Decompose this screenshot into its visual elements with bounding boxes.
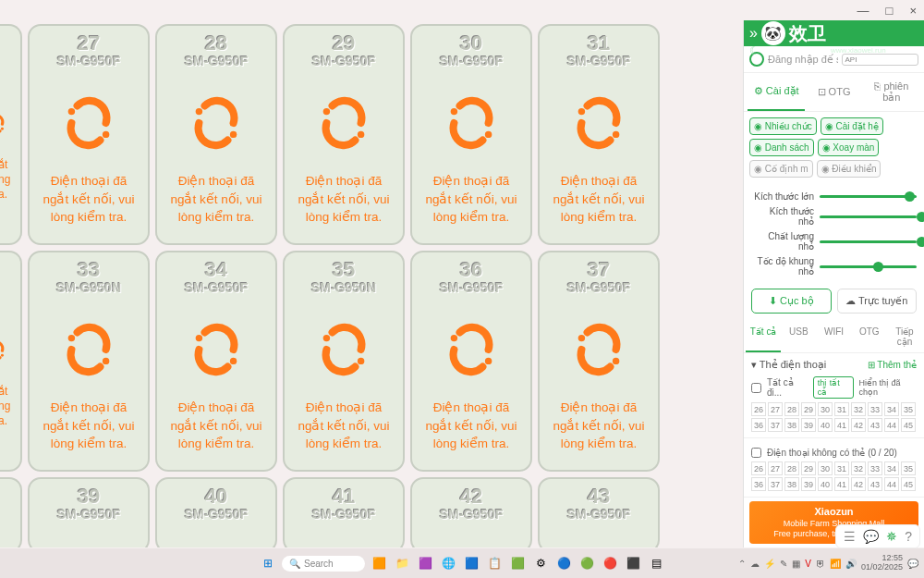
task-icon[interactable]: 🔴 bbox=[601, 554, 619, 572]
tray-icon[interactable]: ☁ bbox=[750, 559, 760, 569]
maximize-button[interactable]: □ bbox=[886, 4, 894, 18]
device-num-cell[interactable]: 30 bbox=[818, 461, 833, 475]
device-num-cell[interactable]: 34 bbox=[884, 402, 899, 416]
help-icon[interactable]: ? bbox=[905, 529, 912, 544]
pill-toggle[interactable]: ◉ Xoay màn bbox=[818, 139, 880, 156]
device-num-cell[interactable]: 40 bbox=[818, 418, 833, 432]
device-num-cell[interactable]: 28 bbox=[784, 402, 799, 416]
device-num-cell[interactable]: 35 bbox=[901, 461, 916, 475]
task-icon[interactable]: 📋 bbox=[485, 554, 504, 572]
select-all-checkbox[interactable] bbox=[751, 383, 761, 393]
device-num-cell[interactable]: 41 bbox=[834, 477, 849, 491]
device-card[interactable]: 27SM-G950FĐiện thoại đã ngắt kết nối, vu… bbox=[28, 24, 150, 245]
device-num-cell[interactable]: 36 bbox=[751, 477, 766, 491]
device-num-cell[interactable]: 45 bbox=[901, 418, 916, 432]
list-icon[interactable]: ☰ bbox=[844, 529, 856, 544]
conn-tab[interactable]: USB bbox=[781, 321, 816, 352]
device-num-cell[interactable]: 43 bbox=[868, 477, 882, 491]
tab-phiên bản[interactable]: ⎘ phiên bản bbox=[863, 73, 920, 111]
device-card[interactable]: 29SM-G950FĐiện thoại đã ngắt kết nối, vu… bbox=[283, 24, 405, 245]
close-button[interactable]: × bbox=[909, 4, 917, 18]
slider-track[interactable] bbox=[820, 240, 917, 243]
pill-toggle[interactable]: ◉ Điều khiển bbox=[817, 160, 881, 178]
conn-tab[interactable]: OTG bbox=[852, 321, 887, 352]
device-card[interactable]: 43SM-G950FĐiện thoại đã ngắt kết nối, vu… bbox=[538, 477, 660, 547]
taskbar-search[interactable]: 🔍 Search bbox=[282, 556, 365, 572]
clock[interactable]: 12:5501/02/2025 bbox=[861, 554, 903, 572]
device-card[interactable]: 40SM-G950FĐiện thoại đã ngắt kết nối, vu… bbox=[155, 477, 277, 547]
device-card[interactable]: 30SM-G950FĐiện thoại đã ngắt kết nối, vu… bbox=[410, 24, 532, 245]
conn-tab[interactable]: WIFI bbox=[816, 321, 851, 352]
task-icon[interactable]: 📁 bbox=[393, 554, 411, 572]
conn-tab[interactable]: Tất cả bbox=[746, 321, 781, 352]
slider-track[interactable] bbox=[820, 195, 917, 198]
device-card-partial[interactable]: ắtnga. bbox=[0, 24, 22, 245]
device-card[interactable]: 31SM-G950FĐiện thoại đã ngắt kết nối, vu… bbox=[538, 24, 660, 245]
device-card[interactable]: 33SM-G950NĐiện thoại đã ngắt kết nối, vu… bbox=[28, 251, 150, 472]
start-button[interactable]: ⊞ bbox=[259, 554, 277, 572]
tray-icon[interactable]: V bbox=[805, 559, 811, 569]
device-num-cell[interactable]: 31 bbox=[834, 402, 849, 416]
device-num-cell[interactable]: 41 bbox=[834, 418, 849, 432]
collapse-icon[interactable]: » bbox=[749, 25, 758, 42]
pill-toggle[interactable]: ◉ Cài đặt hệ bbox=[821, 117, 883, 135]
device-num-cell[interactable]: 44 bbox=[884, 418, 899, 432]
chat-icon[interactable]: 💬 bbox=[863, 529, 879, 544]
device-num-cell[interactable]: 33 bbox=[868, 402, 882, 416]
wechat-icon[interactable]: ✵ bbox=[886, 529, 897, 544]
device-card[interactable]: 42SM-G950FĐiện thoại đã ngắt kết nối, vu… bbox=[410, 477, 532, 547]
slider-track[interactable] bbox=[820, 215, 917, 218]
task-icon[interactable]: ⬛ bbox=[624, 554, 642, 572]
task-icon[interactable]: 🟦 bbox=[462, 554, 480, 572]
device-num-cell[interactable]: 38 bbox=[784, 418, 799, 432]
device-num-cell[interactable]: 34 bbox=[884, 461, 899, 475]
conn-tab[interactable]: Tiếp cận bbox=[887, 321, 922, 352]
minimize-button[interactable]: — bbox=[857, 4, 869, 18]
tray-icon[interactable]: ⌃ bbox=[738, 559, 746, 569]
device-card-partial[interactable] bbox=[0, 477, 22, 547]
device-num-cell[interactable]: 45 bbox=[901, 477, 916, 491]
task-icon[interactable]: 🟪 bbox=[416, 554, 434, 572]
pill-toggle[interactable]: ◉ Cố định m bbox=[749, 160, 813, 178]
device-num-cell[interactable]: 27 bbox=[768, 461, 783, 475]
device-card-partial[interactable]: ắtnga. bbox=[0, 251, 22, 472]
device-num-cell[interactable]: 37 bbox=[768, 477, 783, 491]
tab-Cài đặt[interactable]: ⚙ Cài đặt bbox=[748, 73, 805, 111]
device-num-cell[interactable]: 42 bbox=[851, 477, 866, 491]
tray-icon[interactable]: ✎ bbox=[780, 559, 787, 569]
device-num-cell[interactable]: 35 bbox=[901, 402, 916, 416]
tray-icon[interactable]: 📶 bbox=[830, 559, 841, 569]
task-icon[interactable]: ▤ bbox=[647, 554, 665, 572]
pill-toggle[interactable]: ◉ Danh sách bbox=[749, 139, 814, 156]
task-icon[interactable]: 🟢 bbox=[578, 554, 596, 572]
section-title[interactable]: ▾ Thẻ điện thoại bbox=[751, 359, 826, 371]
moon-icon[interactable]: ☾ bbox=[749, 44, 760, 57]
device-num-cell[interactable]: 42 bbox=[851, 418, 866, 432]
add-tag-button[interactable]: ⊞ Thêm thẻ bbox=[868, 360, 917, 370]
device-num-cell[interactable]: 28 bbox=[784, 461, 799, 475]
tray-icon[interactable]: 🔊 bbox=[845, 559, 857, 569]
device-num-cell[interactable]: 32 bbox=[851, 461, 866, 475]
device-num-cell[interactable]: 29 bbox=[801, 402, 816, 416]
device-num-cell[interactable]: 40 bbox=[818, 477, 833, 491]
device-card[interactable]: 35SM-G950NĐiện thoại đã ngắt kết nối, vu… bbox=[283, 251, 405, 472]
task-icon[interactable]: 🔵 bbox=[554, 554, 573, 572]
pill-toggle[interactable]: ◉ Nhiều chức bbox=[749, 117, 817, 135]
device-num-cell[interactable]: 27 bbox=[768, 402, 783, 416]
task-icon[interactable]: 🌐 bbox=[439, 554, 457, 572]
device-num-cell[interactable]: 36 bbox=[751, 418, 766, 432]
tray-icon[interactable]: ▦ bbox=[792, 559, 800, 569]
device-num-cell[interactable]: 39 bbox=[801, 418, 816, 432]
show-all-link[interactable]: thị tất cả bbox=[813, 376, 854, 399]
device-num-cell[interactable]: 43 bbox=[868, 418, 882, 432]
device-num-cell[interactable]: 39 bbox=[801, 477, 816, 491]
device-card[interactable]: 34SM-G950FĐiện thoại đã ngắt kết nối, vu… bbox=[155, 251, 277, 472]
mode-button[interactable]: ⬇ Cục bộ bbox=[751, 289, 832, 314]
tab-OTG[interactable]: ⊡ OTG bbox=[805, 73, 862, 111]
device-num-cell[interactable]: 32 bbox=[851, 402, 866, 416]
untagged-checkbox[interactable] bbox=[751, 448, 761, 458]
slider-track[interactable] bbox=[820, 265, 917, 268]
tray-icon[interactable]: ⚡ bbox=[764, 559, 775, 569]
task-icon[interactable]: 🟩 bbox=[508, 554, 527, 572]
device-num-cell[interactable]: 33 bbox=[868, 461, 882, 475]
